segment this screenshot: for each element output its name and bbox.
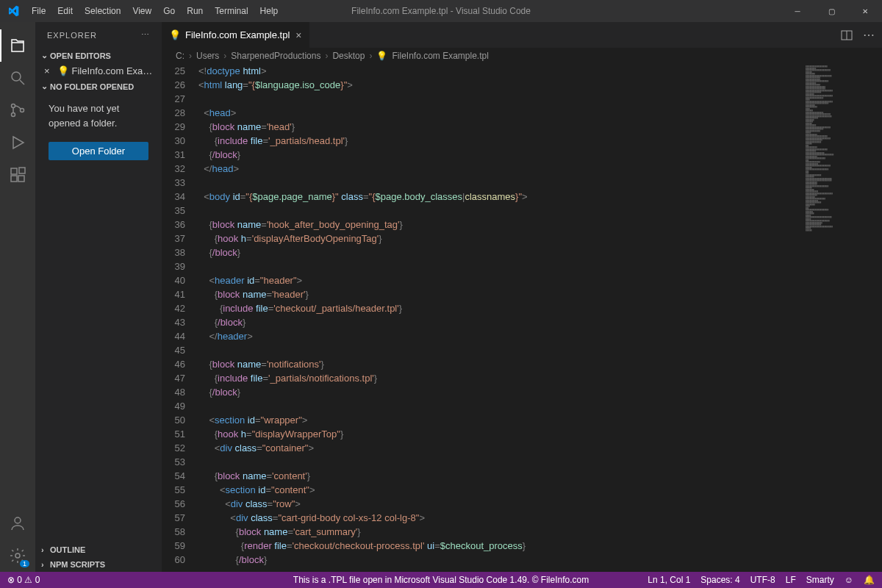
status-encoding[interactable]: UTF-8 [750,575,775,585]
crumb-segment[interactable]: FileInfo.com Example.tpl [390,51,490,61]
open-folder-button[interactable]: Open Folder [49,142,148,160]
run-debug-icon[interactable] [0,126,35,159]
vscode-icon [0,5,26,17]
sidebar-header: EXPLORER ⋯ [35,22,162,48]
activity-bar: 1 [0,22,35,572]
bell-icon[interactable]: 🔔 [864,575,875,585]
close-button[interactable]: ✕ [848,0,882,22]
close-icon[interactable]: × [295,29,301,41]
svg-point-8 [15,517,21,523]
breadcrumb[interactable]: C:›Users›SharpenedProductions›Desktop›💡F… [162,48,882,64]
svg-point-1 [12,104,15,108]
svg-point-3 [21,109,24,112]
status-language[interactable]: Smarty [806,575,834,585]
status-cursor-pos[interactable]: Ln 1, Col 1 [648,575,690,585]
crumb-segment[interactable]: Users [194,51,221,61]
open-editors-section[interactable]: ⌄OPEN EDITORS [35,48,162,63]
more-icon[interactable]: ⋯ [141,30,150,40]
code-lines[interactable]: <!doctype html> <html lang="{$language.i… [198,64,882,572]
editor-area: 💡 FileInfo.com Example.tpl × ⋯ C:›Users›… [162,22,882,572]
menu-selection[interactable]: Selection [79,6,126,16]
svg-rect-6 [18,176,24,182]
tab-fileinfo-example[interactable]: 💡 FileInfo.com Example.tpl × [162,22,309,48]
menu-go[interactable]: Go [157,6,181,16]
line-gutter: 25 26 27 28 29 30 31 32 33 34 35 36 37 3… [162,64,198,572]
svg-point-9 [15,553,20,558]
minimap[interactable]: █████████████████████ ██████████ ███████… [804,64,882,572]
no-folder-section[interactable]: ⌄NO FOLDER OPENED [35,79,162,94]
menu-view[interactable]: View [126,6,157,16]
svg-rect-5 [11,176,17,182]
tab-bar: 💡 FileInfo.com Example.tpl × ⋯ [162,22,882,48]
outline-section[interactable]: ›OUTLINE [35,542,162,557]
npm-scripts-section[interactable]: ›NPM SCRIPTS [35,557,162,572]
more-actions-icon[interactable]: ⋯ [863,28,875,42]
menu-help[interactable]: Help [254,6,284,16]
status-eol[interactable]: LF [786,575,796,585]
bulb-icon: 💡 [374,51,390,61]
close-icon[interactable]: × [44,65,54,76]
no-folder-message: You have not yet opened a folder. [35,94,162,137]
settings-gear-icon[interactable]: 1 [0,539,35,572]
sidebar: EXPLORER ⋯ ⌄OPEN EDITORS × 💡 FileInfo.co… [35,22,162,572]
status-indent[interactable]: Spaces: 4 [700,575,739,585]
menu-run[interactable]: Run [181,6,209,16]
svg-rect-7 [19,168,25,173]
status-errors[interactable]: ⊗ 0 ⚠ 0 [7,575,40,585]
open-editor-item[interactable]: × 💡 FileInfo.com Exam... [35,63,162,79]
minimize-button[interactable]: ─ [781,0,814,22]
status-center-message: This is a .TPL file open in Microsoft Vi… [293,575,589,585]
crumb-segment[interactable]: SharpenedProductions [229,51,323,61]
source-control-icon[interactable] [0,94,35,126]
svg-point-0 [12,72,21,81]
extensions-icon[interactable] [0,159,35,191]
code-editor[interactable]: 25 26 27 28 29 30 31 32 33 34 35 36 37 3… [162,64,882,572]
bulb-icon: 💡 [169,29,181,40]
accounts-icon[interactable] [0,507,35,539]
split-editor-icon[interactable] [841,29,853,41]
search-icon[interactable] [0,62,35,94]
main-menu: FileEditSelectionViewGoRunTerminalHelp [26,6,284,16]
title-bar: FileEditSelectionViewGoRunTerminalHelp F… [0,0,882,22]
bulb-icon: 💡 [57,65,69,76]
crumb-segment[interactable]: C: [173,51,187,61]
window-title: FileInfo.com Example.tpl - Visual Studio… [351,6,531,16]
maximize-button[interactable]: ▢ [814,0,848,22]
svg-rect-4 [11,168,17,174]
status-bar: ⊗ 0 ⚠ 0 This is a .TPL file open in Micr… [0,572,882,588]
crumb-segment[interactable]: Desktop [330,51,367,61]
svg-point-2 [12,113,15,117]
menu-edit[interactable]: Edit [51,6,79,16]
menu-file[interactable]: File [26,6,51,16]
feedback-icon[interactable]: ☺ [845,575,853,585]
explorer-icon[interactable] [0,29,35,62]
menu-terminal[interactable]: Terminal [209,6,254,16]
